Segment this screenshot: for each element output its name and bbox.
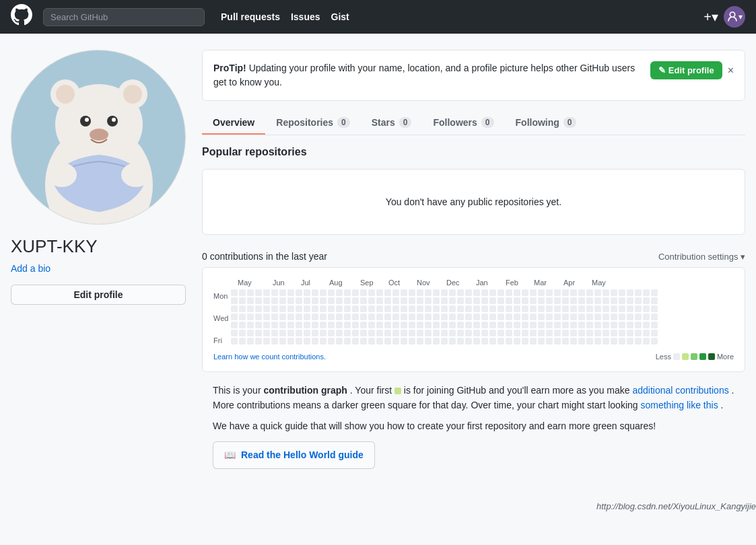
- graph-legend: Learn how we count contributions. Less M…: [213, 353, 734, 361]
- github-logo[interactable]: [11, 4, 32, 30]
- graph-cell: [651, 289, 658, 296]
- graph-cell: [392, 322, 399, 328]
- graph-cell: [401, 305, 407, 312]
- edit-profile-button[interactable]: Edit profile: [11, 285, 186, 305]
- graph-cell: [586, 314, 593, 320]
- graph-week: [352, 289, 359, 347]
- tab-following[interactable]: Following 0: [505, 112, 587, 135]
- graph-cell: [611, 314, 617, 320]
- graph-cell: [344, 289, 351, 296]
- search-input[interactable]: [43, 8, 205, 26]
- graph-cell: [514, 314, 520, 320]
- issues-link[interactable]: Issues: [291, 11, 320, 22]
- graph-week: [643, 289, 650, 347]
- month-sep-label: Sep: [360, 279, 388, 287]
- graph-week: [651, 289, 658, 347]
- close-protip-button[interactable]: ×: [728, 65, 734, 77]
- graph-cell: [392, 305, 399, 312]
- graph-cell: [401, 314, 407, 320]
- graph-cell: [473, 289, 480, 296]
- graph-cell: [465, 289, 472, 296]
- graph-cell: [538, 305, 545, 312]
- graph-cell: [417, 330, 423, 336]
- month-nov-label: Nov: [417, 279, 446, 287]
- graph-cell: [344, 330, 351, 336]
- graph-cell: [287, 338, 294, 344]
- tab-stars[interactable]: Stars 0: [361, 112, 423, 135]
- graph-cell: [336, 289, 343, 296]
- svg-point-5: [56, 85, 75, 104]
- graph-cell: [231, 338, 238, 344]
- graph-cell: [627, 297, 633, 304]
- month-feb-label: Feb: [506, 279, 534, 287]
- graph-cell: [417, 305, 423, 312]
- graph-cell: [255, 289, 262, 296]
- tab-repositories[interactable]: Repositories 0: [265, 112, 361, 135]
- learn-contributions-link[interactable]: Learn how we count contributions.: [213, 353, 326, 361]
- avatar[interactable]: ▾: [724, 6, 745, 28]
- graph-cell: [578, 330, 585, 336]
- tab-overview[interactable]: Overview: [202, 112, 265, 135]
- graph-cell: [304, 322, 310, 328]
- graph-cell: [465, 314, 472, 320]
- add-bio-link[interactable]: Add a bio: [11, 263, 186, 274]
- contribution-info-p2: We have a quick guide that will show you…: [213, 419, 734, 433]
- graph-cell: [231, 289, 238, 296]
- graph-cell: [546, 305, 553, 312]
- graph-cell: [352, 289, 359, 296]
- graph-cell: [433, 289, 440, 296]
- protip-banner: ProTip! Updating your profile with your …: [202, 50, 745, 101]
- graph-cell: [320, 314, 327, 320]
- graph-cell: [417, 322, 423, 328]
- graph-week: [481, 289, 488, 347]
- graph-cell: [603, 289, 609, 296]
- graph-cell: [441, 338, 448, 344]
- additional-contributions-link[interactable]: additional contributions: [632, 385, 728, 396]
- gist-link[interactable]: Gist: [331, 11, 349, 22]
- something-like-this-link[interactable]: something like this: [640, 400, 718, 410]
- graph-cell: [570, 322, 577, 328]
- graph-cell: [271, 338, 278, 344]
- contribution-settings-button[interactable]: Contribution settings ▾: [658, 252, 745, 262]
- hello-world-guide-button[interactable]: 📖 Read the Hello World guide: [213, 441, 375, 468]
- empty-repos-message: You don't have any public repositories y…: [202, 169, 745, 235]
- graph-cell: [247, 338, 254, 344]
- graph-week: [287, 289, 294, 347]
- new-button[interactable]: +▾: [703, 9, 718, 25]
- graph-cell: [263, 338, 270, 344]
- graph-cell: [376, 322, 383, 328]
- profile-username: XUPT-KKY: [11, 235, 186, 258]
- graph-cell: [514, 305, 520, 312]
- graph-cell: [320, 289, 327, 296]
- graph-cell: [627, 322, 633, 328]
- pull-requests-link[interactable]: Pull requests: [221, 11, 280, 22]
- graph-cell: [570, 297, 577, 304]
- graph-cell: [497, 338, 504, 344]
- tab-followers[interactable]: Followers 0: [422, 112, 504, 135]
- graph-cell: [344, 297, 351, 304]
- graph-week: [344, 289, 351, 347]
- graph-cell: [312, 297, 318, 304]
- graph-cell: [554, 338, 561, 344]
- graph-cell: [304, 314, 310, 320]
- month-may-label: May: [238, 279, 273, 287]
- graph-cell: [627, 289, 633, 296]
- graph-week: [603, 289, 609, 347]
- svg-point-13: [121, 163, 151, 187]
- graph-cell: [603, 305, 609, 312]
- contribution-info-period: .: [721, 400, 724, 410]
- graph-cell: [489, 338, 496, 344]
- edit-profile-action-button[interactable]: ✎ Edit profile: [650, 61, 722, 79]
- graph-cell: [530, 305, 537, 312]
- graph-cell: [578, 314, 585, 320]
- graph-cell: [562, 338, 569, 344]
- graph-cell: [352, 305, 359, 312]
- graph-cell: [328, 289, 335, 296]
- tab-repositories-badge: 0: [337, 117, 350, 128]
- graph-cell: [384, 322, 391, 328]
- graph-cell: [594, 322, 601, 328]
- graph-cell: [530, 338, 537, 344]
- graph-cell: [376, 289, 383, 296]
- legend-more-label: More: [717, 353, 734, 361]
- graph-cell: [239, 314, 246, 320]
